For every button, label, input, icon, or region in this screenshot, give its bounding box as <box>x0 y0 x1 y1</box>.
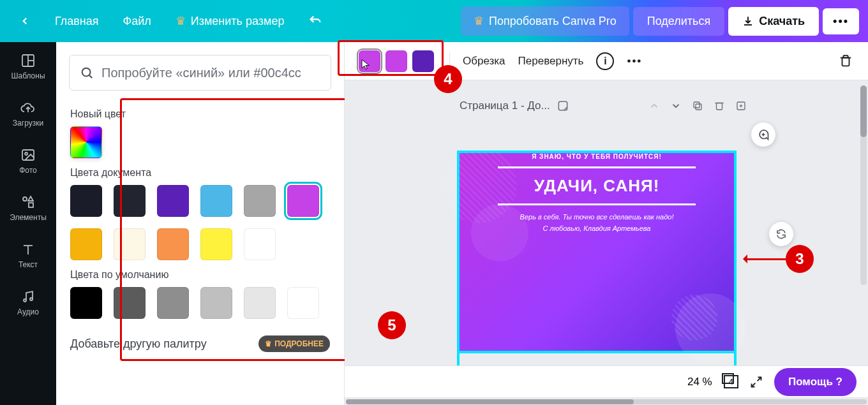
fill-color-2[interactable] <box>385 50 407 72</box>
add-page-icon[interactable] <box>735 100 747 112</box>
more-pill[interactable]: ♛ПОДРОБНЕЕ <box>258 335 330 352</box>
default-color-swatch[interactable] <box>244 287 276 319</box>
download-button[interactable]: Скачать <box>728 7 819 36</box>
default-color-swatch[interactable] <box>70 287 102 319</box>
sync-icon <box>775 228 787 240</box>
doc-color-swatch[interactable] <box>70 228 102 260</box>
doc-colors-title: Цвета документа <box>70 167 330 179</box>
default-color-swatch[interactable] <box>200 287 232 319</box>
crown-icon: ♛ <box>474 14 484 28</box>
info-icon[interactable]: i <box>596 52 614 70</box>
decor-circle <box>671 295 717 341</box>
sync-button[interactable] <box>769 222 793 246</box>
doc-color-swatch[interactable] <box>114 185 146 217</box>
back-button[interactable] <box>9 9 41 33</box>
default-color-swatch[interactable] <box>157 287 189 319</box>
more-menu-button[interactable]: ••• <box>823 8 859 34</box>
help-button[interactable]: Помощь ? <box>774 368 857 396</box>
doc-color-swatch[interactable] <box>287 185 319 217</box>
sidebar: Шаблоны Загрузки Фото Элементы Текст Ауд… <box>0 42 56 405</box>
svg-point-6 <box>25 152 27 155</box>
sidebar-label: Шаблоны <box>11 71 45 80</box>
doc-color-swatch[interactable] <box>114 228 146 260</box>
delete-page-icon[interactable] <box>714 100 725 112</box>
svg-point-13 <box>30 298 33 300</box>
move-down-icon[interactable] <box>670 100 682 112</box>
scrollbar-thumb[interactable] <box>346 399 634 404</box>
fill-color-1[interactable] <box>359 50 380 72</box>
share-button[interactable]: Поделиться <box>633 7 724 36</box>
sidebar-item-uploads[interactable]: Загрузки <box>0 94 56 133</box>
search-icon <box>80 66 94 80</box>
svg-rect-18 <box>696 104 701 110</box>
templates-icon <box>20 52 36 69</box>
doc-color-swatch[interactable] <box>244 228 276 260</box>
undo-button[interactable] <box>298 8 333 34</box>
cloud-upload-icon <box>20 99 36 116</box>
svg-line-15 <box>89 75 93 78</box>
undo-icon <box>308 14 322 28</box>
default-color-swatch[interactable] <box>114 287 146 319</box>
svg-rect-5 <box>22 150 34 160</box>
color-search-input[interactable]: Попробуйте «синий» или #00c4cc <box>69 55 331 91</box>
search-placeholder: Попробуйте «синий» или #00c4cc <box>101 66 301 80</box>
try-pro-button[interactable]: ♛ Попробовать Canva Pro <box>461 6 629 36</box>
doc-color-swatch[interactable] <box>200 228 232 260</box>
more-context-button[interactable]: ••• <box>627 55 642 68</box>
fullscreen-button[interactable] <box>750 376 763 388</box>
sidebar-item-text[interactable]: Текст <box>0 236 56 274</box>
plus-bubble-icon <box>757 128 770 141</box>
flip-button[interactable]: Перевернуть <box>518 55 584 68</box>
doc-color-swatch[interactable] <box>244 185 276 217</box>
add-comment-button[interactable] <box>751 122 775 147</box>
more-pill-label: ПОДРОБНЕЕ <box>274 339 324 348</box>
sidebar-item-photos[interactable]: Фото <box>0 142 56 180</box>
text-icon <box>20 241 36 258</box>
add-palette-label[interactable]: Добавьте другую палитру <box>70 337 207 351</box>
crop-button[interactable]: Обрезка <box>463 55 505 68</box>
resize-label: Изменить размер <box>191 15 285 28</box>
move-up-icon[interactable] <box>648 100 660 112</box>
vertical-scrollbar[interactable] <box>860 85 867 285</box>
sidebar-item-audio[interactable]: Аудио <box>0 283 56 321</box>
svg-point-14 <box>82 68 91 77</box>
trash-icon <box>839 54 853 68</box>
ellipsis-icon: ••• <box>833 15 849 27</box>
duplicate-page-icon[interactable] <box>692 100 703 112</box>
scrollbar-thumb[interactable] <box>860 85 867 137</box>
svg-rect-19 <box>694 102 700 108</box>
horizontal-scrollbar[interactable] <box>345 397 868 405</box>
try-pro-label: Попробовать Canva Pro <box>489 15 617 28</box>
download-icon <box>742 15 754 27</box>
sidebar-item-elements[interactable]: Элементы <box>0 189 56 227</box>
default-colors-title: Цвета по умолчанию <box>70 269 330 281</box>
sidebar-label: Загрузки <box>13 119 43 128</box>
file-menu[interactable]: Файл <box>113 8 161 34</box>
zoom-value[interactable]: 24 % <box>687 376 712 388</box>
page-number-indicator[interactable]: 4 <box>724 375 738 388</box>
delete-button[interactable] <box>839 54 853 68</box>
page-number: 4 <box>729 377 733 387</box>
default-color-swatch[interactable] <box>287 287 319 319</box>
color-picker-button[interactable] <box>70 126 102 158</box>
doc-color-swatch[interactable] <box>70 185 102 217</box>
page-1-header: Страница 1 - До... <box>460 99 747 112</box>
sidebar-item-templates[interactable]: Шаблоны <box>0 47 56 85</box>
crown-icon: ♛ <box>176 14 186 28</box>
doc-color-swatch[interactable] <box>157 228 189 260</box>
doc-color-swatch[interactable] <box>157 185 189 217</box>
canvas[interactable]: Страница 1 - До... <box>345 80 868 365</box>
page-1-canvas[interactable]: Я ЗНАЮ, ЧТО У ТЕБЯ ПОЛУЧИТСЯ! УДАЧИ, САН… <box>460 153 734 351</box>
doc-color-swatch[interactable] <box>200 185 232 217</box>
decor-circle <box>471 204 528 261</box>
color-panel: Попробуйте «синий» или #00c4cc Новый цве… <box>56 42 345 405</box>
chevron-left-icon <box>19 15 31 27</box>
page-1-title: Страница 1 - До... <box>460 99 550 112</box>
page-note-icon[interactable] <box>557 99 569 112</box>
context-toolbar: Обрезка Перевернуть i ••• 4 <box>345 42 868 80</box>
home-button[interactable]: Главная <box>45 8 109 34</box>
fill-color-3[interactable] <box>412 50 434 72</box>
top-bar: Главная Файл ♛ Изменить размер ♛ Попробо… <box>0 0 868 42</box>
sidebar-label: Элементы <box>10 213 47 222</box>
resize-button[interactable]: ♛ Изменить размер <box>165 8 295 34</box>
